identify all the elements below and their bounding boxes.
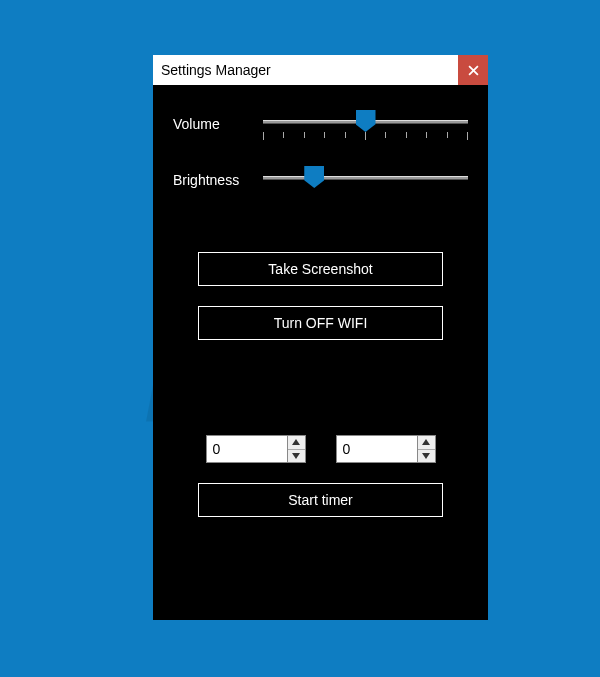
close-button[interactable] bbox=[458, 55, 488, 85]
timer-spinner-right bbox=[336, 435, 436, 463]
volume-slider[interactable] bbox=[263, 110, 468, 146]
window-title: Settings Manager bbox=[161, 62, 458, 78]
start-timer-button[interactable]: Start timer bbox=[198, 483, 443, 517]
start-timer-area: Start timer bbox=[173, 463, 468, 517]
chevron-down-icon bbox=[422, 453, 430, 459]
timer-input-left[interactable] bbox=[206, 435, 288, 463]
volume-label: Volume bbox=[173, 110, 263, 132]
chevron-up-icon bbox=[422, 439, 430, 445]
close-icon bbox=[468, 65, 479, 76]
brightness-row: Brightness bbox=[173, 166, 468, 202]
spinner-right-buttons bbox=[418, 435, 436, 463]
turn-off-wifi-button[interactable]: Turn OFF WIFI bbox=[198, 306, 443, 340]
window-content: Volume Brightness Take Screenshot Turn O… bbox=[153, 85, 488, 517]
spinner-left-buttons bbox=[288, 435, 306, 463]
spinner-right-up[interactable] bbox=[418, 436, 435, 450]
brightness-label: Brightness bbox=[173, 166, 263, 188]
timer-input-right[interactable] bbox=[336, 435, 418, 463]
volume-ticks bbox=[263, 132, 468, 140]
take-screenshot-button[interactable]: Take Screenshot bbox=[198, 252, 443, 286]
brightness-track bbox=[263, 176, 468, 180]
brightness-slider[interactable] bbox=[263, 166, 468, 202]
volume-thumb[interactable] bbox=[356, 110, 376, 132]
spinner-right-down[interactable] bbox=[418, 450, 435, 463]
volume-row: Volume bbox=[173, 110, 468, 146]
spinner-left-up[interactable] bbox=[288, 436, 305, 450]
spinner-left-down[interactable] bbox=[288, 450, 305, 463]
titlebar[interactable]: Settings Manager bbox=[153, 55, 488, 85]
chevron-down-icon bbox=[292, 453, 300, 459]
brightness-thumb[interactable] bbox=[304, 166, 324, 188]
timer-inputs bbox=[173, 435, 468, 463]
chevron-up-icon bbox=[292, 439, 300, 445]
settings-manager-window: Settings Manager Volume Brightness Tak bbox=[153, 55, 488, 620]
timer-spinner-left bbox=[206, 435, 306, 463]
button-area: Take Screenshot Turn OFF WIFI bbox=[173, 222, 468, 340]
